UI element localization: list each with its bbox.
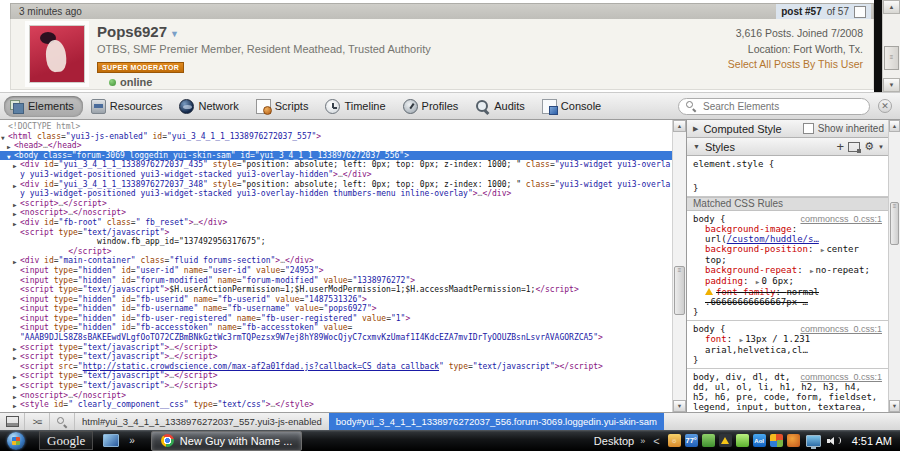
search-input[interactable] (701, 100, 862, 113)
code-line[interactable]: ▶<div id="yui_3_4_1_1_1338976272037_435"… (0, 160, 672, 179)
gear-icon[interactable]: ⚙ (864, 140, 874, 153)
code-line[interactable]: ▶<script type="text/javascript">…</scrip… (0, 381, 672, 391)
code-line[interactable]: ▼<body class="forum-3069 loggedin yui-sk… (0, 151, 672, 161)
expand-value-icon[interactable]: ▶ (821, 246, 825, 253)
taskbar-chrome-task[interactable]: New Guy with Name ... (151, 431, 302, 451)
tab-resources[interactable]: Resources (86, 96, 172, 117)
css-rule[interactable]: commoncss_0.css:1body {font: ▶13px / 1.2… (687, 321, 888, 369)
code-line[interactable]: <input type="hidden" id="user-id" name="… (0, 266, 672, 276)
scroll-down-button[interactable]: ▼ (883, 78, 900, 92)
expand-value-icon[interactable]: ▶ (756, 278, 760, 285)
css-value-link[interactable]: /custom/huddle/s… (727, 234, 819, 244)
start-button[interactable] (7, 432, 25, 450)
code-line[interactable]: <input type="hidden" id="fb-userid" name… (0, 295, 672, 305)
code-line[interactable]: window.fb_app_id="137492956317675"; (0, 237, 672, 247)
code-line[interactable]: ▶<div id="main-container" class="fluid f… (0, 256, 672, 266)
network-display-icon[interactable] (806, 435, 821, 447)
element-state-icon[interactable] (848, 142, 860, 152)
css-property[interactable]: padding: ▶0 6px; (693, 276, 882, 287)
css-property[interactable]: font: ▶13px / 1.231 arial,helvetica,cl… (693, 334, 882, 355)
username-link[interactable]: Pops6927 (97, 23, 167, 40)
show-inherited-checkbox[interactable] (803, 123, 814, 134)
disclosure-right-icon[interactable]: ▶ (13, 161, 17, 171)
css-rule-source-link[interactable]: commoncss_0.css:1 (800, 324, 882, 334)
code-line[interactable]: ▶<script>…</script> (0, 199, 672, 209)
code-line[interactable]: <input type="hidden" id="fb-accesstoken"… (0, 323, 672, 333)
inspect-search-button[interactable] (50, 413, 75, 430)
code-line[interactable]: ▶<noscript>…</noscript> (0, 208, 672, 218)
tab-elements[interactable]: Elements (4, 96, 83, 117)
aol-icon[interactable]: Aol (753, 434, 766, 447)
element-style-rule[interactable]: element.style { } (687, 156, 888, 197)
tab-scripts[interactable]: Scripts (251, 96, 318, 117)
css-rule[interactable]: commoncss_0.css:1body {background-image:… (687, 211, 888, 321)
post-select-checkbox[interactable] (854, 6, 866, 18)
desktop-toolbar-chevron[interactable]: » (640, 436, 645, 446)
code-line[interactable]: <script src="http://static.crowdscience.… (0, 362, 672, 372)
scroll-up-button[interactable]: ▲ (883, 0, 900, 14)
tab-timeline[interactable]: Timeline (320, 96, 394, 117)
scroll-thumb[interactable]: ≡ (674, 266, 685, 315)
quick-launch-icon[interactable] (103, 434, 119, 447)
code-line[interactable]: ▶<noscript>…</noscript> (0, 391, 672, 401)
taskbar-clock[interactable]: 4:51 AM (852, 435, 892, 447)
bug-icon[interactable] (787, 434, 800, 447)
css-rule-source-link[interactable]: commoncss_0.css:1 (800, 214, 882, 224)
green-flower-icon[interactable] (736, 434, 749, 447)
tab-audits[interactable]: Audits (470, 96, 534, 117)
css-property[interactable]: font-family: normal .66666666666667px … (693, 287, 882, 307)
drive-icon[interactable] (719, 434, 732, 447)
code-line[interactable]: <input type="hidden" id="fb-username" na… (0, 304, 672, 314)
scroll-down-button[interactable]: ▼ (673, 400, 686, 412)
new-style-rule-button[interactable]: + (837, 142, 845, 152)
code-line[interactable]: ▶<script type="text/javascript">…</scrip… (0, 371, 672, 381)
scroll-up-button[interactable]: ▲ (673, 120, 686, 132)
code-line[interactable]: </script> (0, 247, 672, 257)
temperature-badge[interactable]: 77° (685, 434, 698, 447)
tab-console[interactable]: Console (537, 96, 610, 117)
colorful-app-icon[interactable] (770, 434, 783, 447)
code-line[interactable]: <input type="hidden" id="fb-user-registe… (0, 314, 672, 324)
scroll-thumb[interactable]: ≡ (890, 202, 899, 245)
page-scrollbar[interactable]: ▲ ≡ ▼ (882, 0, 900, 92)
code-line[interactable]: ▶<style id=" clearly_component__css" typ… (0, 400, 672, 410)
expand-value-icon[interactable]: ▶ (810, 267, 814, 274)
tab-network[interactable]: Network (174, 96, 247, 117)
code-line[interactable]: <script type="text/javascript"> (0, 228, 672, 238)
user-avatar[interactable] (29, 25, 85, 83)
desktop-toolbar-label[interactable]: Desktop (594, 435, 634, 447)
tab-profiles[interactable]: Profiles (398, 96, 468, 117)
elements-scrollbar[interactable]: ▲ ≡ ▼ (672, 120, 686, 412)
code-line[interactable]: <!DOCTYPE html> (0, 122, 672, 132)
sidebar-scrollbar[interactable]: ▲ ≡ ▼ (888, 120, 900, 412)
code-line[interactable]: ▶<script type="text/javascript">…</scrip… (0, 343, 672, 353)
green-quill-icon[interactable] (702, 434, 715, 447)
google-toolbar[interactable]: Google (39, 431, 93, 450)
breadcrumb-item[interactable]: html#yui_3_4_1_1_1338976272037_557.yui3-… (75, 413, 329, 430)
breadcrumb-item[interactable]: body#yui_3_4_1_1_1338976272037_556.forum… (329, 413, 664, 430)
code-line[interactable]: "AAAB9DJLS8Z8sBAKEEwdVLgfOoTO72CZBmBNkGz… (0, 333, 672, 343)
console-toggle-button[interactable]: >≡ (25, 413, 50, 430)
chevron-down-icon[interactable]: ▼ (170, 29, 179, 39)
toolbar-overflow-chevron[interactable]: » (129, 435, 135, 446)
weather-icon[interactable]: ☼ (668, 434, 681, 447)
code-line[interactable]: <input type="hidden" id="forum-modified"… (0, 276, 672, 286)
select-all-posts-link[interactable]: Select All Posts By This User (728, 57, 863, 73)
scroll-up-button[interactable]: ▲ (889, 120, 900, 132)
css-rule-source-link[interactable]: commoncss_0.css:1 (800, 372, 882, 382)
volume-icon[interactable] (827, 435, 840, 446)
css-property[interactable]: background-repeat: ▶no-repeat; (693, 265, 882, 276)
css-property[interactable]: background-position: ▶center top; (693, 244, 882, 265)
code-line[interactable]: ▶<div id="yui_3_4_1_1_1338976272037_348"… (0, 180, 672, 199)
code-line[interactable]: <script type="text/javascript">$H.userAc… (0, 285, 672, 295)
code-line[interactable]: ▼<html class="yui3-js-enabled" id="yui_3… (0, 132, 672, 142)
disclosure-right-icon[interactable]: ▶ (13, 181, 17, 191)
scroll-down-button[interactable]: ▼ (889, 400, 900, 412)
code-line[interactable]: ▶<div id="fb-root" class=" fb_reset">…</… (0, 218, 672, 228)
dock-side-button[interactable] (0, 413, 25, 430)
computed-style-section-header[interactable]: ▶ Computed Style Show inherited (687, 120, 900, 138)
css-rule[interactable]: commoncss_0.css:1body, div, dl, dt, dd, … (687, 369, 888, 412)
tray-expand-arrow[interactable]: < (653, 435, 659, 447)
css-property[interactable]: background-image: url(/custom/huddle/s… (693, 224, 882, 244)
close-devtools-button[interactable]: ✕ (878, 99, 892, 113)
